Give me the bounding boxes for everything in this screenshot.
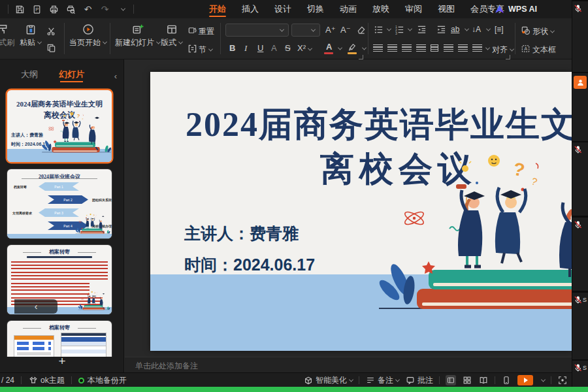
focus-mode-button[interactable] [557,375,568,385]
reset-label[interactable]: 重置 [199,26,214,37]
tab-review[interactable]: 审阅 [397,0,430,18]
phone-sync-button[interactable] [501,375,512,385]
participant-tile[interactable] [572,73,588,141]
comments-button[interactable]: 批注 [405,375,433,386]
normal-view-button[interactable] [446,375,456,385]
shapes-icon[interactable] [520,25,531,36]
participant-tile[interactable] [572,1,588,72]
cut-icon[interactable] [46,25,57,37]
line-spacing-decrease-icon[interactable] [458,44,468,52]
text-direction-dropdown[interactable] [486,27,491,31]
tab-outline[interactable]: 大纲 [21,65,38,84]
theme-button[interactable]: ok主题 [28,375,65,386]
strikethrough-button[interactable]: S [285,43,291,53]
slide-thumbnail-4[interactable]: 档案转寄 [7,321,112,357]
line-spacing-increase-icon[interactable] [444,44,453,52]
underline-button[interactable]: U [257,43,263,53]
change-case-dropdown[interactable] [465,27,469,31]
export-pdf-icon[interactable]: P [31,4,42,15]
align-left-icon[interactable] [373,44,383,52]
highlight-dropdown[interactable] [362,46,367,50]
customize-toolbar-icon[interactable] [116,4,127,15]
format-painter-button[interactable]: 格式刷 [0,24,14,48]
new-slide-button[interactable]: 新建幻灯片 [115,24,160,48]
bold-button[interactable]: B [229,43,235,53]
section-label[interactable]: 节 [199,44,212,56]
align-justify-icon[interactable] [416,44,426,52]
textbox-label[interactable]: 文本框 [532,44,556,56]
line-spacing-dropdown[interactable] [485,46,490,50]
tab-insert[interactable]: 插入 [234,0,267,18]
tab-animation[interactable]: 动画 [332,0,365,18]
align-center-icon[interactable] [387,44,397,52]
shapes-label[interactable]: 形状 [532,26,554,37]
font-family-select[interactable] [225,24,289,37]
slide-sorter-view-button[interactable] [462,375,472,385]
tab-transition[interactable]: 切换 [299,0,332,18]
increase-indent-icon[interactable] [436,24,447,35]
smart-beautify-button[interactable]: 智能美化 [303,375,353,386]
tab-slideshow[interactable]: 放映 [365,0,397,18]
tab-design[interactable]: 设计 [267,0,299,18]
print-preview-icon[interactable] [65,4,76,15]
add-slide-button[interactable]: + [0,354,124,370]
slide-editor[interactable]: 2024届商务英语毕业生文明 离校会议 主讲人：费青雅 时间：2024.06.1… [150,72,572,351]
undo-icon[interactable]: ↶ [82,4,93,15]
superscript-button[interactable]: X² [297,43,312,53]
section-icon[interactable] [187,43,198,54]
participant-tile[interactable]: S [572,361,588,387]
paste-button[interactable]: 粘贴 [20,24,41,48]
tab-home[interactable]: 开始 [201,0,234,18]
reset-icon[interactable] [187,25,198,36]
text-spacing-button[interactable]: [≡] [495,25,504,34]
slideshow-play-dropdown[interactable] [541,377,546,382]
line-spacing-icon[interactable] [472,44,482,52]
align-objects-button[interactable]: 对齐 [492,44,514,56]
bullet-list-icon[interactable] [373,24,384,35]
save-icon[interactable] [14,4,25,15]
wps-ai-button[interactable]: WPS AI [487,0,537,18]
panel-collapse-icon[interactable]: ‹ [114,71,117,81]
char-effect-button[interactable]: A [271,43,277,53]
collapse-overlay[interactable]: ‹ [14,299,57,314]
local-backup-toggle[interactable]: 本地备份开 [78,375,127,386]
print-icon[interactable] [48,4,59,15]
increase-font-button[interactable]: A⁺ [325,25,336,35]
slide-thumbnail-1[interactable]: 2024届商务英语毕业生文明 离校会议 主讲人：费青雅 时间：2024.06.1… [7,90,112,162]
numbered-list-dropdown[interactable] [408,27,412,31]
slide-date[interactable]: 时间：2024.06.17 [184,254,315,276]
textbox-icon[interactable]: A [520,43,531,54]
tab-slides[interactable]: 幻灯片 [59,65,84,84]
highlight-icon[interactable] [347,42,358,53]
copy-icon[interactable] [46,42,57,54]
tab-view[interactable]: 视图 [430,0,463,18]
font-size-select[interactable] [291,24,320,37]
font-color-dropdown[interactable] [338,46,342,50]
font-color-button[interactable]: A [326,42,332,52]
bullet-list-dropdown[interactable] [387,27,391,31]
redo-icon[interactable]: ↷ [99,4,110,15]
notes-bar[interactable]: 单击此处添加备注 [125,357,572,372]
distribute-icon[interactable] [431,44,438,52]
numbered-list-icon[interactable]: 123 [394,24,405,35]
slide-title-line1[interactable]: 2024届商务英语毕业生文明 [150,102,572,148]
align-right-icon[interactable] [402,44,412,52]
slideshow-play-button[interactable] [517,375,533,385]
play-from-current-button[interactable]: 当页开始 [69,24,106,48]
text-direction-button[interactable]: ↓A [472,25,481,34]
slide-canvas: 2024届商务英语毕业生文明 离校会议 主讲人：费青雅 时间：2024.06.1… [125,59,572,357]
clear-format-icon[interactable] [355,24,367,35]
notes-button[interactable]: 备注 [365,375,399,386]
slide-presenter[interactable]: 主讲人：费青雅 [184,223,299,244]
participant-tile[interactable] [572,142,588,216]
decrease-font-button[interactable]: A⁻ [340,25,351,35]
participant-tile[interactable]: S [572,293,588,359]
change-case-button[interactable]: ab [451,25,459,34]
layout-button[interactable]: 版式 [161,24,182,48]
italic-button[interactable]: I [244,43,247,54]
layout-icon [166,24,178,35]
reading-view-button[interactable] [478,375,489,385]
slide-thumbnail-2[interactable]: 2024届毕业班会议 档案转寄 Part 1 Part 2 团组织关系转接 文明… [7,169,112,238]
decrease-indent-icon[interactable] [416,24,427,35]
participant-tile[interactable] [572,218,588,291]
